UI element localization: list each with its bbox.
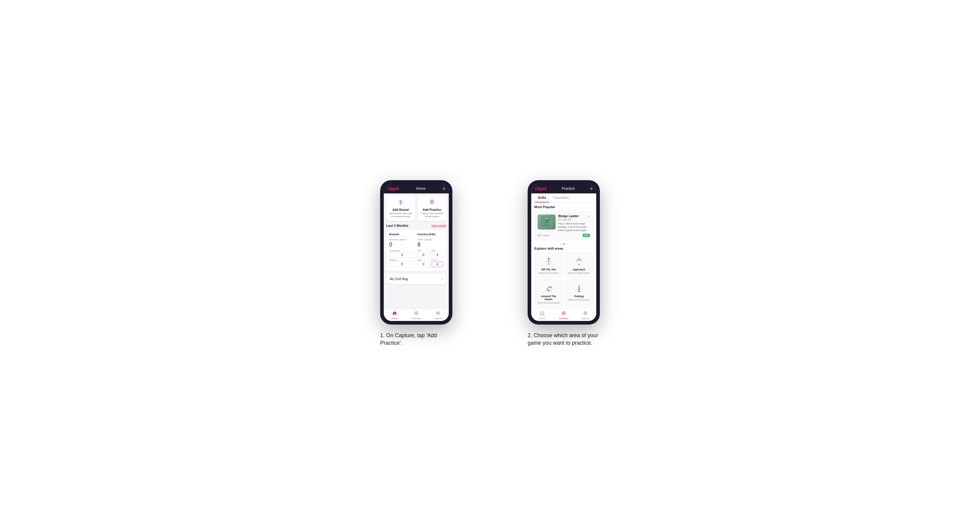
- phone-2-section: clippd Practice ≡ Drills Favourites Most…: [502, 180, 625, 347]
- tournament-value: 0: [389, 252, 415, 258]
- svg-point-3: [432, 201, 433, 202]
- practice-scroll: Most Popular ☆: [531, 203, 596, 309]
- putt-value: 4: [431, 261, 443, 267]
- atg-illustration: [537, 283, 560, 294]
- featured-card[interactable]: ☆: [534, 211, 593, 241]
- ott-label: OTT: [417, 250, 430, 252]
- practice-box: Practice 0: [389, 259, 415, 267]
- featured-thumbnail: [538, 214, 555, 230]
- app-label: APP: [431, 250, 443, 252]
- nav-activities[interactable]: Activities: [406, 311, 427, 320]
- putt-box: PUTT 4: [431, 259, 443, 267]
- nav-home[interactable]: Home: [384, 311, 406, 320]
- svg-point-0: [400, 201, 401, 202]
- most-popular-title: Most Popular: [534, 205, 593, 209]
- add-practice-card[interactable]: Add Practice Capture your practice off-t…: [417, 196, 446, 221]
- putt-label: PUTT: [431, 259, 443, 261]
- stats-section-header: Last 3 Months View Activity: [386, 224, 446, 227]
- arg-putt-row: ARG 0 PUTT 4: [417, 259, 443, 267]
- dot-2[interactable]: [563, 243, 565, 245]
- action-cards: Add Round Record your shots fast or enha…: [386, 196, 446, 221]
- shots-count: 9 shots: [541, 234, 549, 237]
- rounds-col-title: Rounds: [389, 233, 415, 237]
- capture2-icon: [583, 311, 588, 316]
- app-value: 4: [431, 252, 443, 258]
- off-the-tee-illustration: [537, 256, 560, 267]
- svg-point-6: [438, 313, 439, 314]
- approach-illustration: [567, 256, 590, 267]
- ott-box: OTT 0: [417, 250, 430, 258]
- nav2-activities-label: Activities: [559, 317, 568, 320]
- ott-app-row: OTT 0 APP 4: [417, 250, 443, 258]
- nav2-activities[interactable]: Activities: [553, 311, 574, 320]
- activities2-icon: [562, 311, 566, 316]
- phone1-nav: Home Activities: [384, 309, 449, 321]
- explore-title: Explore skill areas: [534, 247, 593, 250]
- add-round-card[interactable]: Add Round Record your shots fast or enha…: [386, 196, 415, 221]
- phone1-header: clippd Home ≡: [384, 184, 449, 194]
- nav2-home-label: Home: [539, 317, 545, 320]
- featured-card-title: Wedge Ladder: [558, 214, 590, 218]
- putting-desc: Make and lag practice: [567, 298, 590, 301]
- app-box: APP 4: [431, 250, 443, 258]
- rounds-stat-row: Tournament 0: [389, 250, 415, 258]
- featured-card-inner: Wedge Ladder 50–100 yds Play 1 shot at e…: [538, 214, 590, 232]
- dot-1[interactable]: [560, 243, 562, 245]
- phone1-logo: clippd: [387, 186, 399, 191]
- star-icon[interactable]: ☆: [587, 214, 590, 219]
- card-footer: 9 shots APP: [538, 234, 590, 237]
- svg-point-16: [579, 259, 579, 260]
- rounds-capture-label: Rounds Capture: [389, 238, 415, 241]
- ott-value: 0: [417, 252, 430, 258]
- drills-capture-label: Drills Capture: [417, 238, 443, 241]
- tournament-box: Tournament 0: [389, 250, 415, 258]
- putting-illustration: [567, 283, 590, 294]
- arg-box: ARG 0: [417, 259, 430, 267]
- phone2-header: clippd Practice ≡: [531, 184, 596, 194]
- featured-card-subtitle: 50–100 yds: [558, 218, 590, 221]
- activities-icon: [414, 311, 418, 316]
- skill-off-the-tee[interactable]: Off The Tee Power and accuracy: [534, 253, 563, 278]
- phone2-menu-icon[interactable]: ≡: [590, 186, 593, 191]
- phone1-menu-icon[interactable]: ≡: [443, 186, 445, 191]
- golf-bag-chevron-icon: ›: [442, 277, 443, 281]
- off-the-tee-name: Off The Tee: [537, 268, 560, 271]
- phone1-caption: 1. On Capture, tap 'Add Practice'.: [380, 332, 452, 347]
- stats-grid: Rounds Rounds Capture 0 Tournament 0: [389, 233, 443, 268]
- practice-stat-row: Practice 0: [389, 259, 415, 267]
- nav2-capture[interactable]: Capture: [574, 311, 596, 320]
- phone-2-screen: clippd Practice ≡ Drills Favourites Most…: [531, 184, 596, 321]
- svg-point-8: [543, 225, 550, 226]
- practice-label: Practice: [389, 259, 415, 261]
- svg-point-24: [585, 313, 586, 314]
- svg-rect-2: [431, 200, 433, 204]
- approach-name: Approach: [567, 268, 590, 271]
- skill-approach[interactable]: Approach Dial-in to hit the green: [565, 253, 593, 278]
- tournament-label: Tournament: [389, 250, 415, 252]
- featured-card-desc: Play 1 shot at each target yardage. If y…: [558, 222, 590, 232]
- skill-around-the-green[interactable]: Around The Green Hone your short game: [534, 279, 563, 307]
- view-activity-link[interactable]: View Activity: [431, 224, 446, 227]
- rounds-capture-value: 0: [389, 241, 415, 248]
- phone2-header-title: Practice: [562, 186, 574, 191]
- svg-point-17: [548, 290, 550, 292]
- phone-1-frame: clippd Home ≡: [380, 180, 452, 325]
- phone2-logo: clippd: [535, 186, 546, 191]
- dot-3[interactable]: [566, 243, 567, 245]
- nav-capture[interactable]: Capture: [427, 311, 449, 320]
- add-round-icon: [388, 199, 413, 207]
- nav-capture-label: Capture: [434, 317, 442, 320]
- golf-bag-label: My Golf Bag: [390, 277, 408, 281]
- tab-drills[interactable]: Drills: [535, 194, 549, 202]
- skill-putting[interactable]: Putting Make and lag practice: [565, 279, 593, 307]
- golf-bag-row[interactable]: My Golf Bag ›: [386, 274, 446, 284]
- nav-activities-label: Activities: [412, 317, 421, 320]
- page-container: clippd Home ≡: [355, 180, 625, 347]
- drills-col-title: Practice Drills: [417, 233, 443, 237]
- tab-favourites[interactable]: Favourites: [550, 194, 572, 202]
- drills-col: Practice Drills Drills Capture 8 OTT 0: [417, 233, 443, 268]
- arg-label: ARG: [417, 259, 430, 261]
- svg-rect-1: [400, 204, 401, 205]
- home-icon: [392, 311, 397, 316]
- nav2-home[interactable]: Home: [531, 311, 553, 320]
